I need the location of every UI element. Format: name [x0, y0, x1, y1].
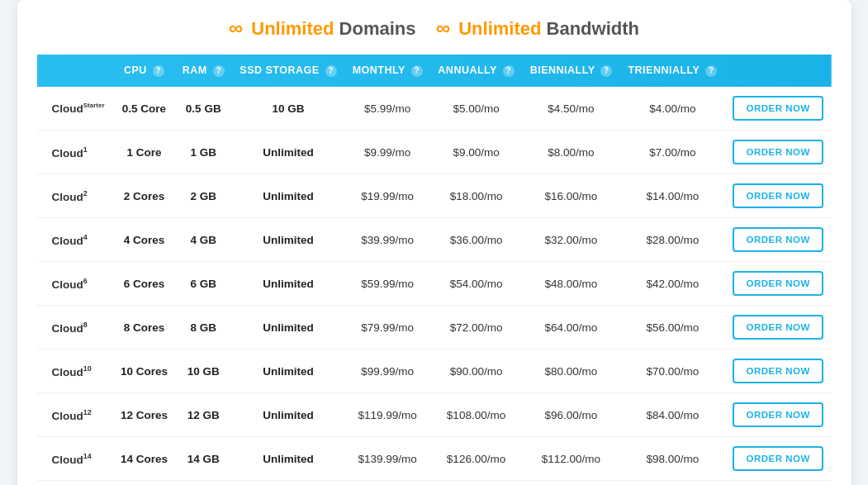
biennially-price: $64.00/mo: [522, 306, 620, 349]
cpu-value: 2 Cores: [113, 174, 175, 218]
annually-price: $72.00/mo: [430, 306, 522, 349]
order-now-button[interactable]: ORDER NOW: [733, 183, 823, 208]
annually-price: $36.00/mo: [430, 218, 522, 262]
ram-value: 6 GB: [175, 262, 232, 306]
cpu-value: 10 Cores: [113, 349, 175, 393]
plan-name: Cloud10: [37, 349, 113, 393]
order-now-button[interactable]: ORDER NOW: [733, 271, 823, 296]
table-header-row: CPU ? RAM ? SSD STORAGE ? MONTHLY ? ANNU…: [37, 55, 832, 87]
cpu-value: 4 Cores: [113, 218, 175, 262]
ram-value: 8 GB: [175, 306, 232, 349]
biennially-price: $80.00/mo: [522, 349, 620, 393]
order-now-button[interactable]: ORDER NOW: [733, 315, 823, 340]
table-row: Cloud2 2 Cores 2 GB Unlimited $19.99/mo …: [37, 174, 832, 218]
infinity-icon-1: ∞: [229, 17, 243, 39]
triennially-price: $98.00/mo: [620, 437, 725, 481]
order-now-button[interactable]: ORDER NOW: [733, 96, 823, 121]
order-cell: ORDER NOW: [725, 437, 832, 481]
ssd-value: Unlimited: [232, 218, 345, 262]
annually-help-icon[interactable]: ?: [503, 65, 515, 77]
header-cpu: CPU ?: [113, 55, 175, 87]
plan-name: Cloud6: [37, 262, 113, 306]
triennially-price: $28.00/mo: [620, 218, 725, 262]
ram-value: 0.5 GB: [175, 87, 232, 131]
order-now-button[interactable]: ORDER NOW: [733, 446, 823, 471]
annually-price: $126.00/mo: [430, 437, 522, 481]
ram-value: 4 GB: [175, 218, 232, 262]
monthly-price: $139.99/mo: [344, 437, 430, 481]
banner-highlight-1: Unlimited Domains: [251, 18, 415, 39]
order-cell: ORDER NOW: [725, 87, 832, 131]
monthly-help-icon[interactable]: ?: [411, 65, 423, 77]
triennially-help-icon[interactable]: ?: [705, 65, 717, 77]
biennially-price: $48.00/mo: [522, 262, 620, 306]
plan-name: CloudStarter: [37, 87, 113, 131]
cpu-value: 0.5 Core: [113, 87, 175, 131]
order-cell: ORDER NOW: [725, 218, 832, 262]
header-ram: RAM ?: [175, 55, 232, 87]
biennially-price: $112.00/mo: [522, 437, 620, 481]
biennially-help-icon[interactable]: ?: [600, 65, 612, 77]
ssd-value: Unlimited: [232, 349, 345, 393]
order-now-button[interactable]: ORDER NOW: [733, 140, 823, 164]
order-now-button[interactable]: ORDER NOW: [733, 402, 823, 427]
ram-value: 1 GB: [175, 131, 232, 174]
table-row: Cloud12 12 Cores 12 GB Unlimited $119.99…: [37, 393, 832, 437]
ssd-value: 10 GB: [232, 87, 345, 131]
monthly-price: $119.99/mo: [344, 393, 430, 437]
biennially-price: $32.00/mo: [522, 218, 620, 262]
table-row: CloudStarter 0.5 Core 0.5 GB 10 GB $5.99…: [37, 87, 832, 131]
order-cell: ORDER NOW: [725, 174, 832, 218]
table-row: Cloud8 8 Cores 8 GB Unlimited $79.99/mo …: [37, 306, 832, 349]
cpu-help-icon[interactable]: ?: [153, 65, 164, 77]
triennially-price: $14.00/mo: [620, 174, 725, 218]
annually-price: $9.00/mo: [430, 131, 522, 174]
table-row: Cloud14 14 Cores 14 GB Unlimited $139.99…: [37, 437, 832, 481]
header-plan: [37, 55, 113, 87]
ram-help-icon[interactable]: ?: [213, 65, 225, 77]
infinity-icon-2: ∞: [436, 17, 450, 39]
ssd-value: Unlimited: [232, 393, 345, 437]
cpu-value: 1 Core: [113, 131, 175, 174]
plan-name: Cloud8: [37, 306, 113, 349]
triennially-price: $4.00/mo: [620, 87, 725, 131]
monthly-price: $5.99/mo: [344, 87, 430, 131]
header-action: [725, 55, 832, 87]
plan-name: Cloud2: [37, 174, 113, 218]
biennially-price: $16.00/mo: [522, 174, 620, 218]
header-triennially: TRIENNIALLY ?: [620, 55, 725, 87]
monthly-price: $19.99/mo: [344, 174, 430, 218]
cpu-value: 12 Cores: [113, 393, 175, 437]
order-now-button[interactable]: ORDER NOW: [733, 359, 823, 383]
header-biennially: BIENNIALLY ?: [522, 55, 620, 87]
plan-name: Cloud12: [37, 393, 113, 437]
cpu-value: 14 Cores: [113, 437, 175, 481]
monthly-price: $9.99/mo: [344, 131, 430, 174]
annually-price: $90.00/mo: [430, 349, 522, 393]
ram-value: 12 GB: [175, 393, 232, 437]
triennially-price: $84.00/mo: [620, 393, 725, 437]
table-row: Cloud4 4 Cores 4 GB Unlimited $39.99/mo …: [37, 218, 832, 262]
ssd-value: Unlimited: [232, 174, 345, 218]
triennially-price: $42.00/mo: [620, 262, 725, 306]
pricing-table: CPU ? RAM ? SSD STORAGE ? MONTHLY ? ANNU…: [37, 55, 832, 481]
ram-value: 14 GB: [175, 437, 232, 481]
annually-price: $54.00/mo: [430, 262, 522, 306]
monthly-price: $59.99/mo: [344, 262, 430, 306]
plan-name: Cloud4: [37, 218, 113, 262]
monthly-price: $79.99/mo: [344, 306, 430, 349]
triennially-price: $7.00/mo: [620, 131, 725, 174]
ssd-value: Unlimited: [232, 437, 345, 481]
biennially-price: $96.00/mo: [522, 393, 620, 437]
annually-price: $18.00/mo: [430, 174, 522, 218]
annually-price: $5.00/mo: [430, 87, 522, 131]
table-row: Cloud10 10 Cores 10 GB Unlimited $99.99/…: [37, 349, 832, 393]
plan-name: Cloud1: [37, 131, 113, 174]
monthly-price: $99.99/mo: [344, 349, 430, 393]
triennially-price: $70.00/mo: [620, 349, 725, 393]
order-now-button[interactable]: ORDER NOW: [733, 227, 823, 252]
biennially-price: $4.50/mo: [522, 87, 620, 131]
biennially-price: $8.00/mo: [522, 131, 620, 174]
ssd-help-icon[interactable]: ?: [325, 65, 337, 77]
banner-highlight-2: Unlimited Bandwidth: [458, 18, 639, 39]
